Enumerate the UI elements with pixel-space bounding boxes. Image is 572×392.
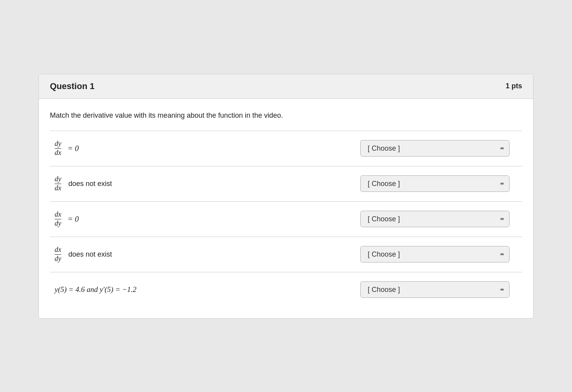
- points-label: 1 pts: [506, 82, 522, 90]
- match-row-4: dx dy does not exist [ Choose ]: [50, 237, 522, 272]
- dropdown-wrapper-5: [ Choose ]: [192, 281, 517, 298]
- y-expression-5: y(5) = 4.6 and y′(5) = −1.2: [55, 285, 136, 294]
- equals-zero-3: = 0: [68, 215, 79, 224]
- match-row-5: y(5) = 4.6 and y′(5) = −1.2 [ Choose ]: [50, 272, 522, 307]
- fraction-dy-dx-1: dy dx: [55, 140, 61, 157]
- match-row-3: dx dy = 0 [ Choose ]: [50, 201, 522, 237]
- match-row-1: dy dx = 0 [ Choose ]: [50, 131, 522, 166]
- question-title: Question 1: [50, 81, 95, 91]
- fraction-dx-dy-4: dx dy: [55, 246, 61, 263]
- math-label-3: dx dy = 0: [55, 211, 192, 228]
- match-row-2: dy dx does not exist [ Choose ]: [50, 166, 522, 201]
- choose-select-1[interactable]: [ Choose ]: [360, 140, 510, 157]
- card-body: Match the derivative value with its mean…: [39, 99, 533, 318]
- card-header: Question 1 1 pts: [39, 74, 533, 99]
- fraction-dx-dy-3: dx dy: [55, 211, 61, 228]
- dropdown-wrapper-3: [ Choose ]: [192, 211, 517, 227]
- math-label-1: dy dx = 0: [55, 140, 192, 157]
- equals-zero-1: = 0: [68, 144, 79, 153]
- question-card: Question 1 1 pts Match the derivative va…: [38, 74, 534, 319]
- choose-select-5[interactable]: [ Choose ]: [360, 281, 510, 298]
- math-label-2: dy dx does not exist: [55, 175, 192, 192]
- dropdown-wrapper-1: [ Choose ]: [192, 140, 517, 157]
- math-label-5: y(5) = 4.6 and y′(5) = −1.2: [55, 285, 192, 294]
- fraction-dy-dx-2: dy dx: [55, 175, 61, 192]
- does-not-exist-label-4: does not exist: [68, 250, 112, 259]
- instructions-text: Match the derivative value with its mean…: [50, 111, 522, 120]
- dropdown-wrapper-2: [ Choose ]: [192, 175, 517, 192]
- choose-select-2[interactable]: [ Choose ]: [360, 175, 510, 192]
- choose-select-3[interactable]: [ Choose ]: [360, 211, 510, 227]
- does-not-exist-label-2: does not exist: [68, 180, 112, 188]
- dropdown-wrapper-4: [ Choose ]: [192, 246, 517, 263]
- math-label-4: dx dy does not exist: [55, 246, 192, 263]
- choose-select-4[interactable]: [ Choose ]: [360, 246, 510, 263]
